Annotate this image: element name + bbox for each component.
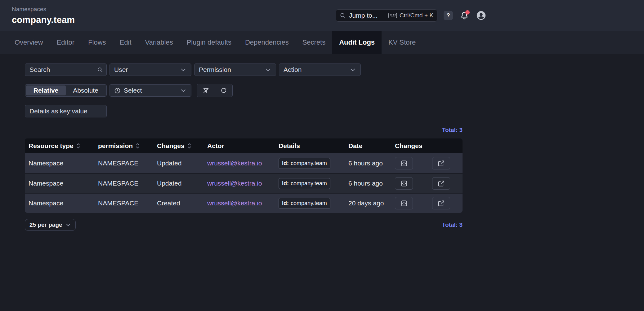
notification-dot [465, 10, 470, 15]
shortcut-hint: Ctrl/Cmd + K [388, 12, 433, 19]
table-column-header[interactable]: Details [279, 142, 348, 150]
cell-permission: NAMESPACE [98, 180, 157, 187]
cell-actions [395, 197, 463, 209]
details-filter-input[interactable] [25, 105, 107, 117]
open-resource-button[interactable] [432, 177, 450, 190]
search-filter [25, 64, 107, 76]
user-filter-label: User [114, 66, 177, 73]
per-page-label: 25 per page [29, 221, 62, 228]
table-header-row: Resource type permission Changes Actor D… [25, 138, 463, 153]
table-body: Namespace NAMESPACE Updated wrussell@kes… [25, 153, 463, 213]
view-changes-button[interactable] [395, 157, 413, 169]
jump-to-search[interactable]: Jump to... Ctrl/Cmd + K [336, 9, 437, 22]
open-resource-button[interactable] [432, 157, 450, 169]
cell-actor: wrussell@kestra.io [207, 199, 279, 207]
time-range-label: Select [124, 87, 177, 94]
namespace-tabs: OverviewEditorFlowsEditVariablesPlugin d… [0, 31, 644, 54]
tab-overview[interactable]: Overview [8, 31, 50, 54]
tab-secrets[interactable]: Secrets [296, 31, 333, 54]
cell-details: id:company.team [279, 158, 348, 169]
cell-details: id:company.team [279, 178, 348, 189]
chevron-down-icon [180, 87, 187, 94]
refresh-button[interactable] [215, 84, 232, 97]
table-column-header[interactable]: permission [98, 142, 157, 150]
account-circle-icon [476, 10, 486, 21]
jump-to-placeholder: Jump to... [349, 12, 385, 19]
cell-change: Updated [157, 180, 207, 187]
help-button[interactable]: ? [444, 11, 453, 20]
cell-actor: wrussell@kestra.io [207, 180, 279, 187]
sort-icon[interactable] [135, 142, 140, 149]
permission-filter-label: Permission [199, 66, 262, 73]
clear-filters-button[interactable] [197, 84, 215, 97]
action-filter-dropdown[interactable]: Action [279, 64, 361, 76]
filter-off-icon [203, 87, 209, 94]
page-title: company.team [12, 15, 75, 25]
table-column-header[interactable]: Date [348, 142, 395, 150]
tab-edit[interactable]: Edit [113, 31, 138, 54]
table-column-header[interactable]: Resource type [29, 142, 98, 150]
actor-link[interactable]: wrussell@kestra.io [207, 199, 262, 207]
table-footer: 25 per page Total: 3 [25, 219, 463, 231]
sort-icon[interactable] [76, 142, 81, 149]
absolute-toggle[interactable]: Absolute [66, 85, 105, 95]
table-row: Namespace NAMESPACE Updated wrussell@kes… [25, 173, 463, 193]
chevron-down-icon [265, 66, 271, 73]
details-badge: id:company.team [279, 198, 330, 209]
page-heading: Namespaces company.team [12, 6, 75, 25]
topbar-actions: Jump to... Ctrl/Cmd + K ? [336, 0, 486, 31]
chevron-down-icon [65, 222, 71, 228]
actor-link[interactable]: wrussell@kestra.io [207, 180, 262, 187]
clock-icon [114, 87, 121, 94]
user-avatar[interactable] [476, 10, 486, 21]
changes-diff-icon [400, 200, 408, 207]
cell-details: id:company.team [279, 198, 348, 209]
audit-logs-content: User Permission Action Relative [25, 64, 463, 231]
table-column-header[interactable]: Changes [395, 142, 463, 150]
table-column-header[interactable]: Actor [207, 142, 279, 150]
tab-plugin-defaults[interactable]: Plugin defaults [180, 31, 238, 54]
chevron-down-icon [349, 66, 356, 73]
chevron-down-icon [180, 66, 187, 73]
permission-filter-dropdown[interactable]: Permission [194, 64, 276, 76]
time-range-dropdown[interactable]: Select [110, 84, 191, 97]
tab-kv-store[interactable]: KV Store [382, 31, 423, 54]
sort-icon[interactable] [187, 142, 192, 149]
total-count-top: Total: 3 [25, 127, 463, 134]
view-changes-button[interactable] [395, 197, 413, 209]
changes-diff-icon [400, 160, 408, 167]
tab-dependencies[interactable]: Dependencies [238, 31, 296, 54]
view-changes-button[interactable] [395, 177, 413, 190]
open-resource-button[interactable] [432, 197, 450, 209]
refresh-icon [220, 87, 227, 94]
tab-editor[interactable]: Editor [50, 31, 81, 54]
actor-link[interactable]: wrussell@kestra.io [207, 160, 262, 167]
relative-toggle[interactable]: Relative [26, 85, 66, 95]
cell-date: 6 hours ago [348, 180, 395, 187]
cell-permission: NAMESPACE [98, 160, 157, 167]
audit-logs-table: Resource type permission Changes Actor D… [25, 138, 463, 213]
breadcrumb[interactable]: Namespaces [12, 6, 75, 13]
notifications-button[interactable] [459, 10, 470, 21]
table-row: Namespace NAMESPACE Created wrussell@kes… [25, 193, 463, 213]
user-filter-dropdown[interactable]: User [110, 64, 191, 76]
tab-flows[interactable]: Flows [81, 31, 113, 54]
search-icon [97, 67, 103, 73]
details-badge: id:company.team [279, 178, 330, 189]
table-column-header[interactable]: Changes [157, 142, 207, 150]
total-count-bottom: Total: 3 [442, 221, 463, 228]
per-page-select[interactable]: 25 per page [25, 219, 76, 231]
cell-actions [395, 177, 463, 190]
filters: User Permission Action Relative [25, 64, 463, 117]
details-badge: id:company.team [279, 158, 330, 169]
changes-diff-icon [400, 180, 408, 187]
search-input[interactable] [25, 64, 107, 76]
tab-audit-logs[interactable]: Audit Logs [332, 31, 382, 54]
tab-variables[interactable]: Variables [138, 31, 180, 54]
filter-actions [197, 84, 233, 97]
external-link-icon [438, 160, 445, 167]
shortcut-label: Ctrl/Cmd + K [400, 12, 433, 19]
cell-change: Created [157, 199, 207, 207]
keyboard-icon [388, 12, 397, 19]
cell-permission: NAMESPACE [98, 199, 157, 207]
